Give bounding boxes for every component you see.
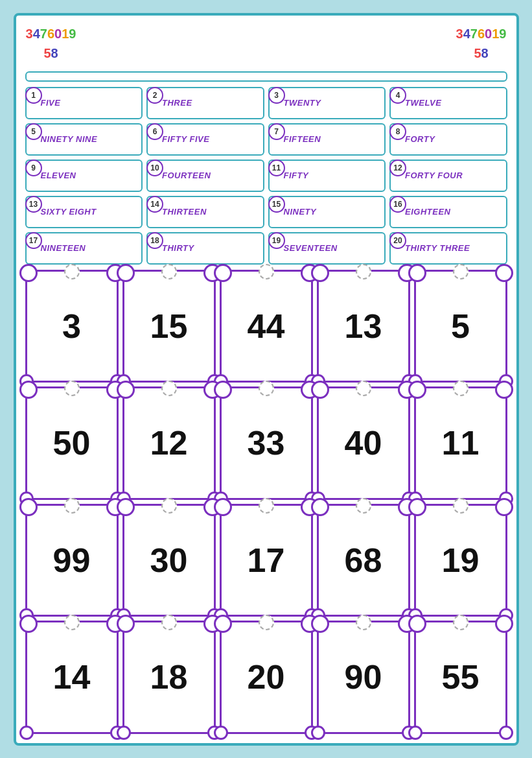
answer-circle[interactable] xyxy=(453,615,468,630)
answer-circle[interactable] xyxy=(64,264,80,279)
corner-circle-bl xyxy=(19,726,34,740)
cell-word: EIGHTEEN xyxy=(405,207,450,217)
word-cell: 4TWELVE xyxy=(389,87,507,119)
number-card: 19 xyxy=(414,504,507,617)
answer-circle[interactable] xyxy=(161,615,177,630)
answer-circle[interactable] xyxy=(453,264,468,279)
number-value: 33 xyxy=(248,423,285,462)
cell-word: FORTY FOUR xyxy=(405,171,463,180)
number-card: 13 xyxy=(317,270,410,383)
cell-number: 7 xyxy=(268,123,285,140)
cell-number: 9 xyxy=(25,160,42,176)
cell-number: 12 xyxy=(389,160,406,176)
logo-right: 34760 1958 xyxy=(456,25,507,64)
cell-word: FORTY xyxy=(405,134,435,144)
cell-number: 14 xyxy=(146,196,163,213)
number-value: 15 xyxy=(150,307,188,346)
answer-circle[interactable] xyxy=(356,264,371,279)
cell-number: 19 xyxy=(268,232,285,249)
answer-circle[interactable] xyxy=(161,264,177,279)
instruction-box xyxy=(25,71,507,82)
number-value: 50 xyxy=(53,423,91,462)
word-cell: 19SEVENTEEN xyxy=(268,232,386,265)
cell-number: 5 xyxy=(25,123,42,140)
number-card: 14 xyxy=(25,621,119,734)
cell-word: SIXTY EIGHT xyxy=(41,207,97,217)
cell-number: 16 xyxy=(389,196,406,213)
word-cell: 20THIRTY THREE xyxy=(389,232,507,265)
answer-circle[interactable] xyxy=(356,498,371,514)
number-card: 15 xyxy=(122,270,216,383)
word-cell: 1FIVE xyxy=(25,87,143,119)
cell-word: TWELVE xyxy=(405,98,441,108)
number-value: 99 xyxy=(53,541,91,580)
cell-word: TWENTY xyxy=(284,98,321,108)
cell-number: 18 xyxy=(146,232,163,249)
word-cell: 12FORTY FOUR xyxy=(389,160,507,192)
word-cell: 3TWENTY xyxy=(268,87,386,119)
word-cell: 9ELEVEN xyxy=(25,160,143,192)
word-cell: 18THIRTY xyxy=(146,232,264,265)
answer-circle[interactable] xyxy=(161,498,177,514)
cell-word: THIRTEEN xyxy=(162,207,207,217)
number-value: 19 xyxy=(442,541,480,580)
number-card: 40 xyxy=(317,386,410,500)
cell-number: 20 xyxy=(389,232,406,249)
number-value: 68 xyxy=(345,541,382,580)
number-card: 44 xyxy=(220,270,313,383)
word-cell: 11FIFTY xyxy=(268,160,386,192)
number-value: 11 xyxy=(442,423,480,462)
number-value: 44 xyxy=(248,307,285,346)
number-value: 12 xyxy=(150,423,188,462)
number-card: 5 xyxy=(414,270,507,383)
corner-circle-bl xyxy=(311,726,325,740)
word-grid: 1FIVE2THREE3TWENTY4TWELVE5NINETY NINE6FI… xyxy=(25,87,507,265)
answer-circle[interactable] xyxy=(161,381,177,396)
answer-circle[interactable] xyxy=(453,381,468,396)
number-value: 5 xyxy=(451,307,470,346)
number-card: 55 xyxy=(414,621,507,734)
cell-number: 3 xyxy=(268,87,285,104)
cell-word: FIFTY FIVE xyxy=(162,134,209,144)
number-card: 18 xyxy=(122,621,216,734)
answer-circle[interactable] xyxy=(64,381,80,396)
number-card: 3 xyxy=(25,270,119,383)
worksheet-page: 34760 1958 34760 1958 1FIVE2THREE3TWENTY… xyxy=(14,13,519,746)
word-cell: 14THIRTEEN xyxy=(146,196,264,228)
cell-number: 1 xyxy=(25,87,42,104)
cell-word: FIFTY xyxy=(284,171,309,180)
number-value: 20 xyxy=(248,657,285,696)
number-value: 13 xyxy=(345,307,382,346)
number-value: 18 xyxy=(150,657,188,696)
number-card: 30 xyxy=(122,504,216,617)
number-card: 33 xyxy=(220,386,313,500)
answer-circle[interactable] xyxy=(356,615,371,630)
answer-circle[interactable] xyxy=(356,381,371,396)
answer-circle[interactable] xyxy=(64,498,80,514)
answer-circle[interactable] xyxy=(64,615,80,630)
number-card: 12 xyxy=(122,386,216,500)
answer-circle[interactable] xyxy=(259,498,274,514)
cell-word: FIFTEEN xyxy=(284,134,321,144)
cell-word: FOURTEEN xyxy=(162,171,211,180)
cell-number: 8 xyxy=(389,123,406,140)
number-card: 50 xyxy=(25,386,119,500)
cell-number: 15 xyxy=(268,196,285,213)
number-card: 68 xyxy=(317,504,410,617)
answer-circle[interactable] xyxy=(259,381,274,396)
number-card: 90 xyxy=(317,621,410,734)
answer-circle[interactable] xyxy=(259,615,274,630)
corner-circle-bl xyxy=(408,726,422,740)
number-card: 17 xyxy=(220,504,313,617)
number-card: 99 xyxy=(25,504,119,617)
cell-word: NINETY xyxy=(284,207,317,217)
cell-number: 10 xyxy=(146,160,163,176)
number-value: 17 xyxy=(248,541,285,580)
corner-circle-bl xyxy=(117,726,131,740)
answer-circle[interactable] xyxy=(259,264,274,279)
cell-word: NINETEEN xyxy=(41,243,86,253)
cell-number: 17 xyxy=(25,232,42,249)
word-cell: 16EIGHTEEN xyxy=(389,196,507,228)
answer-circle[interactable] xyxy=(453,498,468,514)
number-card: 11 xyxy=(414,386,507,500)
